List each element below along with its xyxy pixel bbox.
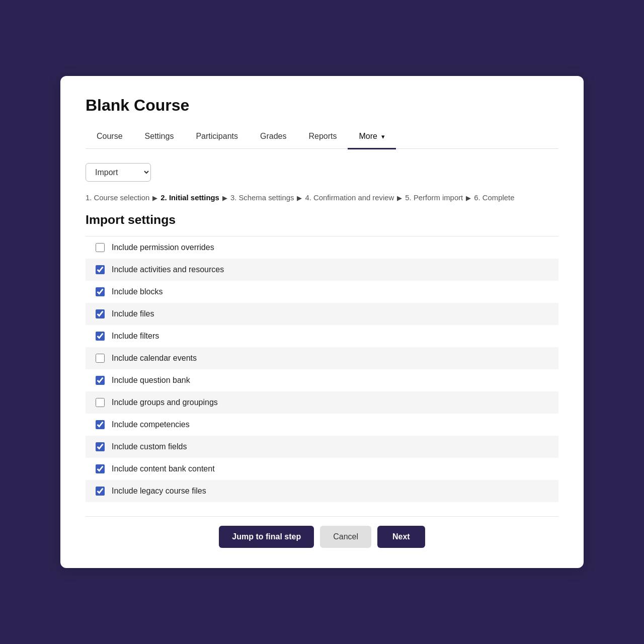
import-select[interactable]: Import Export Reset Backup Restore — [86, 163, 151, 182]
setting-checkbox-3[interactable] — [96, 309, 105, 318]
setting-row: Include question bank — [86, 369, 558, 391]
breadcrumb-step-5: 5. Perform import — [405, 194, 463, 202]
breadcrumb-step-6: 6. Complete — [474, 194, 514, 202]
breadcrumb-arrow-1: ▶ — [152, 194, 157, 202]
section-title: Import settings — [86, 213, 558, 227]
chevron-down-icon: ▾ — [381, 133, 385, 140]
tab-participants[interactable]: Participants — [185, 127, 249, 149]
setting-checkbox-11[interactable] — [96, 487, 105, 496]
setting-checkbox-5[interactable] — [96, 354, 105, 363]
setting-checkbox-8[interactable] — [96, 420, 105, 429]
jump-to-final-button[interactable]: Jump to final step — [219, 526, 314, 548]
tab-reports[interactable]: Reports — [297, 127, 348, 149]
setting-label-11: Include legacy course files — [112, 487, 206, 496]
setting-checkbox-0[interactable] — [96, 243, 105, 252]
setting-checkbox-4[interactable] — [96, 332, 105, 341]
setting-row: Include legacy course files — [86, 480, 558, 502]
breadcrumb-arrow-3: ▶ — [297, 194, 302, 202]
setting-row: Include competencies — [86, 414, 558, 436]
setting-label-5: Include calendar events — [112, 354, 197, 363]
main-card: Blank Course Course Settings Participant… — [60, 76, 584, 568]
next-button[interactable]: Next — [377, 526, 425, 548]
setting-label-1: Include activities and resources — [112, 265, 224, 274]
breadcrumb-arrow-2: ▶ — [222, 194, 227, 202]
setting-checkbox-2[interactable] — [96, 287, 105, 296]
setting-row: Include permission overrides — [86, 236, 558, 259]
breadcrumb: 1. Course selection ▶ 2. Initial setting… — [86, 194, 558, 202]
breadcrumb-step-4: 4. Confirmation and review — [305, 194, 394, 202]
setting-row: Include activities and resources — [86, 259, 558, 281]
cancel-button[interactable]: Cancel — [320, 526, 371, 548]
breadcrumb-step-1: 1. Course selection — [86, 194, 149, 202]
setting-checkbox-6[interactable] — [96, 376, 105, 385]
setting-label-8: Include competencies — [112, 420, 190, 429]
setting-checkbox-7[interactable] — [96, 398, 105, 407]
setting-label-4: Include filters — [112, 332, 159, 341]
settings-list: Include permission overridesInclude acti… — [86, 236, 558, 502]
tab-settings[interactable]: Settings — [134, 127, 185, 149]
setting-label-10: Include content bank content — [112, 464, 215, 473]
setting-row: Include content bank content — [86, 458, 558, 480]
setting-row: Include custom fields — [86, 436, 558, 458]
setting-label-9: Include custom fields — [112, 442, 187, 451]
nav-tabs: Course Settings Participants Grades Repo… — [86, 127, 558, 149]
breadcrumb-step-2: 2. Initial settings — [160, 194, 219, 202]
breadcrumb-arrow-5: ▶ — [466, 194, 471, 202]
tab-course[interactable]: Course — [86, 127, 134, 149]
setting-checkbox-9[interactable] — [96, 442, 105, 451]
breadcrumb-step-3: 3. Schema settings — [230, 194, 294, 202]
setting-row: Include calendar events — [86, 347, 558, 369]
breadcrumb-arrow-4: ▶ — [397, 194, 402, 202]
setting-label-0: Include permission overrides — [112, 243, 214, 252]
setting-checkbox-1[interactable] — [96, 265, 105, 274]
setting-row: Include filters — [86, 325, 558, 347]
setting-row: Include files — [86, 303, 558, 325]
setting-row: Include groups and groupings — [86, 391, 558, 414]
tab-grades[interactable]: Grades — [249, 127, 297, 149]
footer-row: Jump to final step Cancel Next — [86, 516, 558, 548]
setting-row: Include blocks — [86, 281, 558, 303]
setting-checkbox-10[interactable] — [96, 464, 105, 473]
page-title: Blank Course — [86, 96, 558, 115]
setting-label-2: Include blocks — [112, 287, 163, 296]
setting-label-3: Include files — [112, 309, 154, 318]
setting-label-6: Include question bank — [112, 376, 190, 385]
tab-more[interactable]: More ▾ — [348, 127, 396, 149]
setting-label-7: Include groups and groupings — [112, 398, 218, 407]
import-select-wrapper: Import Export Reset Backup Restore — [86, 163, 558, 182]
